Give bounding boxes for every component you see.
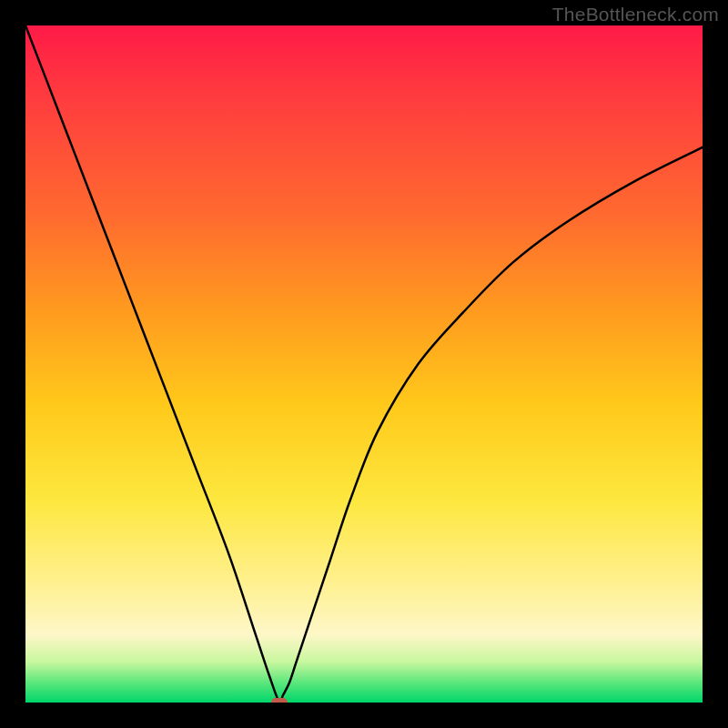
- chart-frame: TheBottleneck.com: [0, 0, 728, 728]
- watermark-text: TheBottleneck.com: [552, 4, 719, 25]
- bottleneck-curve: [25, 25, 703, 703]
- optimal-marker-icon: [271, 698, 288, 703]
- plot-area: [25, 25, 703, 703]
